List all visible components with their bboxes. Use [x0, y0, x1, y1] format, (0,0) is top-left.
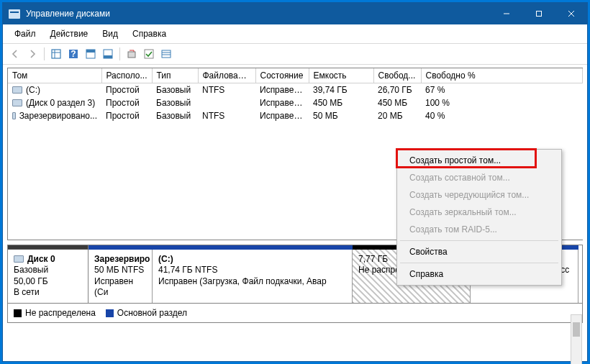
- table-row[interactable]: (Диск 0 раздел 3)ПростойБазовыйИсправен.…: [8, 96, 583, 109]
- volume-icon: [12, 112, 16, 119]
- table-row[interactable]: (C:)ПростойБазовыйNTFSИсправен...39,74 Г…: [8, 83, 583, 96]
- svg-rect-15: [162, 50, 171, 58]
- disk-icon: [14, 255, 24, 263]
- app-icon: [9, 9, 20, 19]
- col-volume[interactable]: Том: [8, 68, 101, 83]
- disk-header[interactable]: Диск 0 Базовый 50,00 ГБ В сети: [8, 245, 88, 303]
- col-fs[interactable]: Файловая с...: [198, 68, 255, 83]
- table-row[interactable]: Зарезервировано...ПростойБазовыйNTFSИспр…: [8, 109, 583, 122]
- svg-text:?: ?: [71, 49, 76, 59]
- ctx-create-spanned-volume: Создать составной том...: [399, 169, 559, 186]
- svg-rect-10: [86, 50, 95, 53]
- disk-size: 50,00 ГБ: [14, 276, 82, 288]
- titlebar[interactable]: Управление дисками: [3, 3, 587, 24]
- back-button[interactable]: [7, 46, 23, 62]
- menu-view[interactable]: Вид: [96, 27, 124, 40]
- disk-status: В сети: [14, 287, 82, 299]
- vol-name: Зарезервировано...: [19, 111, 97, 121]
- col-layout[interactable]: Располо...: [101, 68, 152, 83]
- svg-rect-12: [104, 55, 112, 58]
- partition[interactable]: (C:)41,74 ГБ NTFSИсправен (Загрузка, Фай…: [153, 250, 353, 303]
- ctx-create-mirrored-volume: Создать зеркальный том...: [399, 204, 559, 221]
- toolbar: ?: [3, 43, 587, 65]
- ctx-properties[interactable]: Свойства: [399, 243, 559, 260]
- menu-help[interactable]: Справка: [127, 27, 172, 40]
- vol-name: (C:): [26, 85, 40, 95]
- svg-rect-13: [128, 52, 135, 58]
- col-capacity[interactable]: Емкость: [309, 68, 373, 83]
- menu-action[interactable]: Действие: [45, 27, 94, 40]
- view-bottom-icon[interactable]: [100, 46, 116, 62]
- ctx-create-raid5-volume: Создать том RAID-5...: [399, 221, 559, 238]
- menu-file[interactable]: Файл: [9, 27, 42, 40]
- col-status[interactable]: Состояние: [255, 68, 309, 83]
- ctx-help[interactable]: Справка: [399, 265, 559, 283]
- col-type[interactable]: Тип: [152, 68, 198, 83]
- svg-rect-4: [52, 50, 60, 58]
- legend-swatch-primary: [106, 309, 114, 317]
- disk-type: Базовый: [14, 265, 82, 276]
- menubar: Файл Действие Вид Справка: [3, 24, 587, 43]
- vertical-scrollbar[interactable]: [571, 314, 582, 364]
- window-title: Управление дисками: [26, 9, 490, 19]
- partition[interactable]: Зарезервиро50 МБ NTFSИсправен (Си: [88, 250, 153, 303]
- legend-primary: Основной раздел: [117, 308, 187, 318]
- context-menu: Создать простой том... Создать составной…: [396, 149, 562, 286]
- minimize-button[interactable]: [490, 3, 522, 24]
- svg-rect-14: [145, 50, 153, 58]
- legend-swatch-unalloc: [14, 309, 22, 317]
- forward-button[interactable]: [24, 46, 40, 62]
- disk-name: Диск 0: [27, 254, 55, 265]
- vol-name: (Диск 0 раздел 3): [26, 98, 95, 108]
- help-icon[interactable]: ?: [65, 46, 81, 62]
- view-top-icon[interactable]: [83, 46, 99, 62]
- refresh-icon[interactable]: [48, 46, 64, 62]
- svg-rect-1: [536, 12, 541, 17]
- list-icon[interactable]: [158, 46, 174, 62]
- close-button[interactable]: [555, 3, 587, 24]
- maximize-button[interactable]: [522, 3, 555, 24]
- properties-icon[interactable]: [124, 46, 140, 62]
- legend: Не распределена Основной раздел: [7, 304, 583, 323]
- ctx-create-simple-volume[interactable]: Создать простой том...: [399, 152, 559, 169]
- col-free[interactable]: Свобод...: [373, 68, 421, 83]
- check-icon[interactable]: [141, 46, 157, 62]
- volume-icon: [12, 99, 22, 106]
- col-freepct[interactable]: Свободно %: [421, 68, 583, 83]
- legend-unallocated: Не распределена: [25, 308, 96, 318]
- volume-icon: [12, 86, 22, 94]
- ctx-create-striped-volume: Создать чередующийся том...: [399, 186, 559, 204]
